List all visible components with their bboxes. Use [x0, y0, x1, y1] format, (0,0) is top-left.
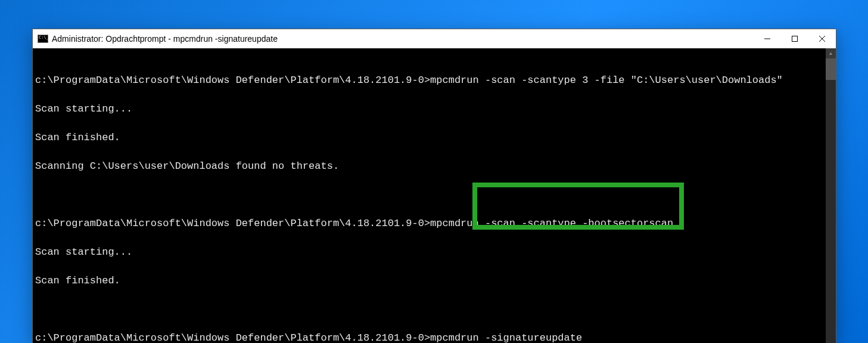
window-title: Administrator: Opdrachtprompt - mpcmdrun… — [52, 34, 754, 44]
terminal-output[interactable]: c:\ProgramData\Microsoft\Windows Defende… — [33, 48, 826, 343]
vertical-scrollbar[interactable]: ▲ ▼ — [826, 48, 836, 343]
terminal-line: c:\ProgramData\Microsoft\Windows Defende… — [33, 331, 826, 343]
maximize-button[interactable] — [781, 29, 808, 48]
minimize-button[interactable] — [754, 29, 781, 48]
command-prompt-window: Administrator: Opdrachtprompt - mpcmdrun… — [32, 29, 836, 343]
terminal-line: c:\ProgramData\Microsoft\Windows Defende… — [33, 217, 826, 231]
terminal-client-area: c:\ProgramData\Microsoft\Windows Defende… — [33, 48, 836, 343]
scroll-thumb[interactable] — [826, 58, 836, 80]
scroll-up-button[interactable]: ▲ — [826, 48, 836, 58]
window-controls — [754, 29, 836, 48]
titlebar[interactable]: Administrator: Opdrachtprompt - mpcmdrun… — [33, 29, 836, 48]
terminal-line: Scan finished. — [33, 131, 826, 145]
terminal-line: Scan starting... — [33, 102, 826, 116]
terminal-line: c:\ProgramData\Microsoft\Windows Defende… — [33, 73, 826, 88]
svg-rect-0 — [792, 36, 798, 42]
terminal-line: Scan finished. — [33, 274, 826, 288]
close-button[interactable] — [808, 29, 836, 48]
cmd-icon — [38, 35, 48, 43]
terminal-line: Scan starting... — [33, 245, 826, 259]
terminal-line: Scanning C:\Users\user\Downloads found n… — [33, 159, 826, 174]
